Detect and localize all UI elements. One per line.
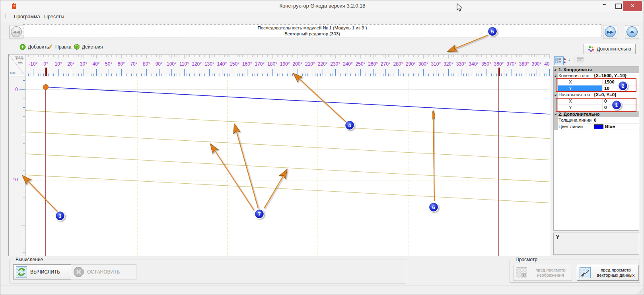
ruler-tick (539, 74, 539, 76)
ruler-tick (114, 74, 114, 76)
colored-dots-icon (588, 46, 594, 52)
ruler-fine-tick (531, 55, 532, 57)
eject-button[interactable]: ⏏ (625, 25, 639, 39)
categorized-view-button[interactable] (554, 56, 564, 65)
actions-button[interactable]: Действия (72, 42, 105, 52)
ruler-fine-tick (260, 55, 260, 58)
ruler-tick (285, 69, 285, 76)
app-window: Конструктор G-кода версия 3.2.0.18 – ✕ ⁞… (0, 0, 644, 295)
ruler-fine-tick (212, 55, 212, 57)
menu-program[interactable]: Программа (11, 12, 43, 22)
ruler-tick (486, 69, 486, 76)
property-value[interactable]: {X=0, Y=0} (592, 92, 639, 98)
ruler-tick (23, 207, 25, 207)
prev-module-button[interactable]: ◀◀ (9, 25, 23, 39)
ruler-tick (101, 74, 101, 76)
ruler-tick (534, 74, 535, 76)
ruler-fine-tick (320, 55, 321, 57)
ruler-fine-tick (74, 55, 74, 57)
ruler-fine-tick (116, 55, 117, 57)
ruler-tick (323, 69, 323, 76)
minimize-button[interactable]: – (597, 0, 611, 11)
next-module-button[interactable]: ▶▶ (603, 25, 617, 39)
ruler-tick (328, 74, 328, 76)
ruler-fine-tick (252, 55, 253, 57)
ruler-tick (317, 74, 318, 76)
ruler-tick (280, 74, 280, 76)
ruler-fine-tick (340, 55, 340, 57)
edit-button[interactable]: Правка (45, 42, 73, 52)
property-row[interactable]: ◢Начальная точ{X=0, Y=0} (554, 92, 639, 98)
ruler-fine-tick (549, 55, 550, 58)
property-value[interactable]: 0 (592, 117, 639, 124)
ruler-fine-tick (370, 55, 371, 57)
ruler-fine-tick (479, 55, 479, 57)
ruler-tick (23, 162, 25, 162)
ruler-fine-tick (459, 55, 459, 57)
ruler-fine-tick (86, 55, 86, 57)
ruler-degree-label: 170° (255, 61, 265, 67)
close-button[interactable]: ✕ (623, 1, 642, 11)
property-row[interactable]: Толщина линии0 (554, 117, 639, 124)
ruler-degree-label: 150° (230, 61, 239, 67)
ruler-fine-tick (499, 55, 499, 58)
ruler-mm-label: 10 (13, 177, 18, 182)
ruler-fine-tick (514, 55, 514, 57)
ruler-fine-tick (494, 55, 494, 57)
ruler-fine-tick (134, 55, 134, 58)
property-row[interactable]: Цвет линииBlue (554, 124, 639, 130)
ruler-tick (21, 225, 25, 225)
ruler-tick (204, 74, 205, 76)
ruler-fine-tick (182, 55, 182, 57)
ruler-fine-tick (101, 55, 101, 57)
ruler-tick (23, 171, 25, 171)
alphabetical-sort-button[interactable]: A Z↓ (564, 56, 572, 66)
ruler-fine-tick (169, 55, 169, 57)
maximize-button[interactable] (613, 0, 623, 11)
ruler-fine-tick (305, 55, 305, 57)
ruler-tick (96, 69, 97, 76)
stop-button[interactable]: ОСТАНОВИТЬ (71, 264, 136, 279)
ruler-tick (192, 74, 192, 76)
ruler-fine-tick (217, 55, 217, 57)
ruler-fine-tick (287, 55, 288, 57)
ruler-tick (360, 69, 361, 76)
ruler-tick (307, 74, 308, 76)
ruler-degree-label: 240° (343, 61, 353, 67)
more-button[interactable]: Дополнительно (584, 44, 636, 54)
ruler-tick (325, 74, 325, 76)
ruler-fine-tick (275, 55, 275, 57)
compute-button[interactable]: ВЫЧИСЛИТЬ (13, 264, 74, 279)
ruler-tick (385, 69, 386, 76)
preview-image-button[interactable]: пред.просмотризображения (513, 265, 572, 281)
menu-presets[interactable]: Пресеты (41, 12, 67, 22)
ruler-fine-tick (456, 55, 456, 57)
status-bar (0, 285, 644, 295)
drawing-canvas[interactable] (25, 76, 550, 256)
ruler-tick (516, 74, 517, 76)
ruler-fine-tick (224, 55, 225, 57)
ruler-tick (84, 69, 84, 76)
ruler-fine-tick (401, 55, 401, 57)
ruler-tick (383, 74, 383, 76)
ruler-tick (433, 74, 434, 76)
ruler-fine-tick (109, 55, 109, 58)
property-category-row[interactable]: ◢1. Координаты (554, 66, 639, 73)
ruler-fine-tick (174, 55, 175, 57)
ruler-fine-tick (504, 55, 504, 57)
ruler-fine-tick (343, 55, 343, 57)
resize-grip[interactable] (638, 288, 643, 294)
ruler-fine-tick (126, 55, 126, 57)
ruler-tick (527, 74, 527, 76)
ruler-fine-tick (527, 55, 527, 57)
ruler-tick (358, 74, 358, 76)
ruler-tick (370, 74, 371, 76)
ruler-fine-tick (53, 55, 54, 57)
ruler-tick (161, 74, 162, 76)
preview-vector-button[interactable]: пред.просмотрвекторных данных (577, 265, 639, 281)
ruler-fine-tick (521, 55, 522, 57)
ruler-units-corner: град. ■■. мм. (9, 54, 25, 76)
property-value[interactable]: Blue (592, 124, 639, 130)
ruler-fine-tick (202, 55, 202, 57)
vertical-ruler-mm: 010 (9, 76, 25, 256)
